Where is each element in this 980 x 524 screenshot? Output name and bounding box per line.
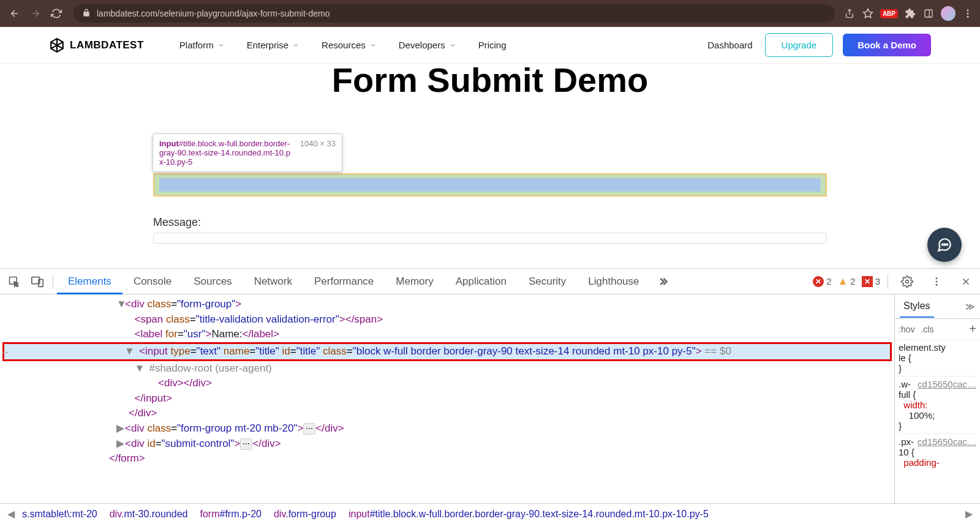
styles-filter: :hov .cls + <box>895 319 980 340</box>
tooltip-size: 1040 × 33 <box>300 139 336 167</box>
devtools-body: ▼<div class="form-group"> <span class="t… <box>0 294 980 503</box>
bc-item[interactable]: input#title.block.w-full.border.border-g… <box>342 509 715 520</box>
bc-item[interactable]: div.mt-30.rounded <box>104 509 194 520</box>
abp-badge[interactable]: ABP <box>880 9 898 18</box>
issue-count[interactable]: ✕3 <box>862 276 880 287</box>
dashboard-link[interactable]: Dashboard <box>707 40 752 50</box>
bc-item[interactable]: div.form-group <box>268 509 342 520</box>
dom-line[interactable]: ▼<div class="form-group"> <box>0 297 894 312</box>
nav-developers[interactable]: Developers <box>388 40 467 50</box>
dom-line[interactable]: </div> <box>0 406 894 421</box>
logo-icon <box>49 37 65 53</box>
dom-line[interactable]: </form> <box>0 451 894 466</box>
tab-network[interactable]: Network <box>243 269 303 294</box>
devtools-tabs: Elements Console Sources Network Perform… <box>0 269 980 294</box>
lock-icon <box>82 9 91 19</box>
dom-line[interactable]: ▼#shadow-root (user-agent) <box>0 361 894 376</box>
dom-selected-line[interactable]: ⋯▼<input type="text" name="title" id="ti… <box>4 344 890 359</box>
tab-application[interactable]: Application <box>445 269 518 294</box>
dom-breadcrumb: ◀ s.smtablet\:mt-20 div.mt-30.rounded fo… <box>0 503 980 524</box>
tab-lighthouse[interactable]: Lighthouse <box>577 269 650 294</box>
kebab-menu-icon[interactable] <box>962 7 974 20</box>
tab-elements[interactable]: Elements <box>57 269 123 294</box>
logo-text: LAMBDATEST <box>70 39 144 51</box>
chevron-down-icon <box>292 42 300 49</box>
nav-resources[interactable]: Resources <box>311 40 388 50</box>
add-rule-icon[interactable]: + <box>969 322 976 336</box>
window-icon[interactable] <box>922 7 935 20</box>
message-textarea[interactable] <box>153 233 827 244</box>
styles-tabs: Styles ≫ <box>895 294 980 319</box>
device-icon[interactable] <box>28 272 47 291</box>
hov-toggle[interactable]: :hov <box>899 324 914 334</box>
tab-sources[interactable]: Sources <box>183 269 243 294</box>
tooltip-selector: input#title.block.w-full.border.border-g… <box>159 139 294 167</box>
svg-point-2 <box>967 13 969 15</box>
tab-performance[interactable]: Performance <box>303 269 385 294</box>
bc-left-icon[interactable]: ◀ <box>6 508 16 520</box>
styles-tab[interactable]: Styles <box>900 301 934 318</box>
share-icon[interactable] <box>843 7 856 20</box>
devtools: Elements Console Sources Network Perform… <box>0 268 980 524</box>
dom-line[interactable]: <div></div> <box>0 376 894 391</box>
star-icon[interactable] <box>862 7 874 20</box>
highlighted-input[interactable]: input#title.block.w-full.border.border-g… <box>153 173 827 196</box>
site-header: LAMBDATEST Platform Enterprise Resources… <box>0 27 980 64</box>
selected-dom-highlight: ⋯▼<input type="text" name="title" id="ti… <box>2 342 892 361</box>
svg-point-5 <box>944 244 945 245</box>
dom-line[interactable]: <label for="usr">Name:</label> <box>0 327 894 342</box>
chat-icon <box>937 237 952 253</box>
tab-memory[interactable]: Memory <box>385 269 444 294</box>
svg-point-1 <box>967 9 969 11</box>
svg-point-12 <box>936 280 938 282</box>
inspector-tooltip: input#title.block.w-full.border.border-g… <box>153 133 342 172</box>
more-tabs-icon[interactable] <box>653 272 671 291</box>
upgrade-button[interactable]: Upgrade <box>765 33 834 57</box>
dom-line[interactable]: ▶<div id="submit-control">⋯</div> <box>0 436 894 452</box>
reload-icon[interactable] <box>48 5 65 22</box>
dom-line[interactable]: ▶<div class="form-group mt-20 mb-20">⋯</… <box>0 421 894 436</box>
inspect-icon[interactable] <box>5 272 23 291</box>
svg-rect-0 <box>925 10 932 17</box>
warning-count[interactable]: ▲2 <box>837 275 855 288</box>
error-count[interactable]: ✕2 <box>813 276 831 287</box>
dom-line[interactable]: </input> <box>0 391 894 406</box>
svg-point-13 <box>936 283 938 285</box>
svg-point-6 <box>946 244 948 245</box>
address-bar[interactable]: lambdatest.com/selenium-playground/ajax-… <box>74 4 835 23</box>
bc-item[interactable]: s.smtablet\:mt-20 <box>16 509 104 520</box>
chevron-down-icon <box>217 42 225 49</box>
back-icon[interactable] <box>6 5 23 22</box>
kebab-icon[interactable] <box>927 272 946 291</box>
logo[interactable]: LAMBDATEST <box>49 37 144 53</box>
page-title: Form Submit Demo <box>0 64 980 100</box>
styles-panel: Styles ≫ :hov .cls + element.sty le { } … <box>894 294 980 503</box>
forward-icon[interactable] <box>27 5 44 22</box>
chevron-down-icon <box>449 42 456 49</box>
svg-point-3 <box>967 16 969 18</box>
styles-body[interactable]: element.sty le { } cd15650cac… .w-full {… <box>895 340 980 503</box>
tab-security[interactable]: Security <box>518 269 577 294</box>
bc-right-icon[interactable]: ▶ <box>964 508 974 520</box>
tab-console[interactable]: Console <box>123 269 183 294</box>
nav-platform[interactable]: Platform <box>168 40 236 50</box>
close-devtools-icon[interactable] <box>957 272 975 291</box>
more-styles-icon[interactable]: ≫ <box>965 301 975 312</box>
url-text: lambdatest.com/selenium-playground/ajax-… <box>97 9 330 18</box>
chat-fab[interactable] <box>927 228 962 262</box>
nav-enterprise[interactable]: Enterprise <box>236 40 311 50</box>
dom-line[interactable]: <span class="title-validation validation… <box>0 312 894 328</box>
elements-panel[interactable]: ▼<div class="form-group"> <span class="t… <box>0 294 894 503</box>
extensions-icon[interactable] <box>904 7 916 20</box>
nav-pricing[interactable]: Pricing <box>467 40 518 50</box>
svg-point-4 <box>942 244 943 245</box>
cls-toggle[interactable]: .cls <box>921 324 933 334</box>
profile-avatar[interactable] <box>941 6 956 21</box>
book-demo-button[interactable]: Book a Demo <box>843 34 931 56</box>
bc-item[interactable]: form#frm.p-20 <box>194 509 267 520</box>
svg-point-10 <box>906 280 909 283</box>
gear-icon[interactable] <box>898 272 916 291</box>
page-content: Form Submit Demo input#title.block.w-ful… <box>0 64 980 268</box>
svg-point-11 <box>936 277 938 279</box>
form-area: input#title.block.w-full.border.border-g… <box>153 100 827 244</box>
